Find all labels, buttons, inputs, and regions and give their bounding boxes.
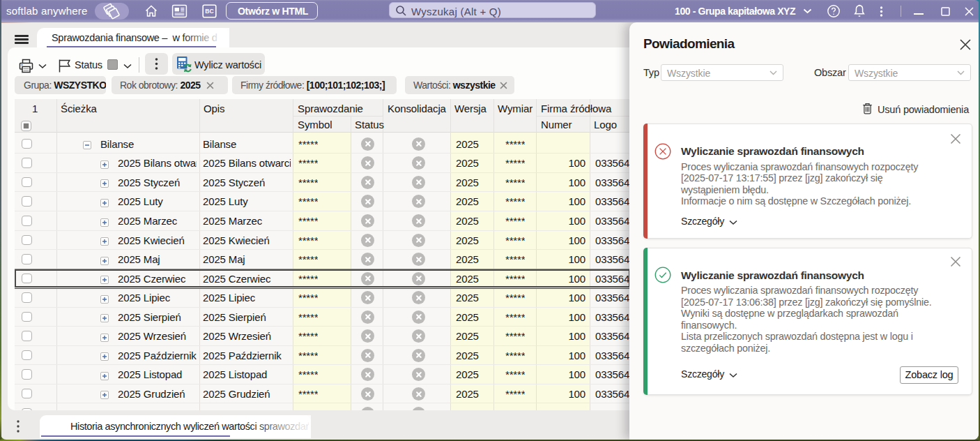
svg-text:BC: BC [205,8,213,15]
